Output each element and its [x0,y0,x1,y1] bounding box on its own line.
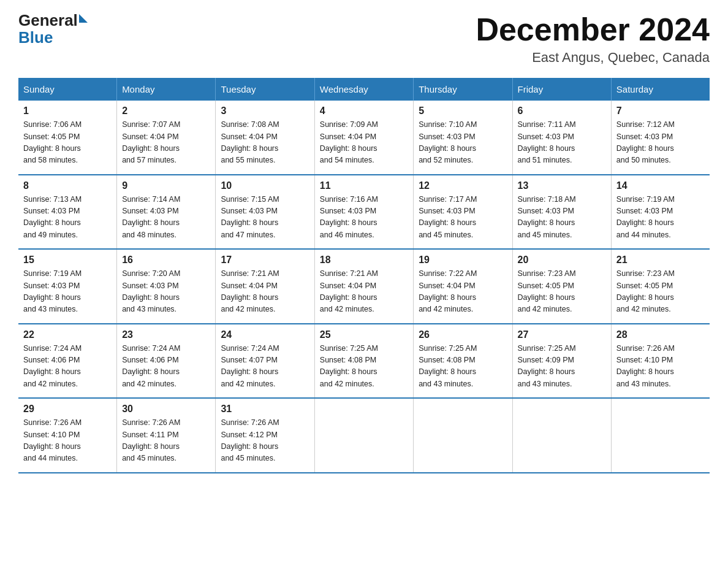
calendar-cell: 27 Sunrise: 7:25 AMSunset: 4:09 PMDaylig… [512,324,611,399]
day-number: 2 [122,105,210,117]
header-tuesday: Tuesday [216,78,314,101]
calendar-cell [414,398,512,473]
day-info: Sunrise: 7:21 AMSunset: 4:04 PMDaylight:… [221,269,279,313]
calendar-cell: 8 Sunrise: 7:13 AMSunset: 4:03 PMDayligh… [18,175,117,250]
calendar-cell: 4 Sunrise: 7:09 AMSunset: 4:04 PMDayligh… [314,101,413,175]
day-number: 31 [221,404,309,415]
calendar-cell: 20 Sunrise: 7:23 AMSunset: 4:05 PMDaylig… [512,249,611,324]
calendar-cell: 1 Sunrise: 7:06 AMSunset: 4:05 PMDayligh… [18,101,117,175]
calendar-cell: 30 Sunrise: 7:26 AMSunset: 4:11 PMDaylig… [117,398,216,473]
calendar-cell: 22 Sunrise: 7:24 AMSunset: 4:06 PMDaylig… [18,324,117,399]
logo: General Blue [18,12,88,45]
week-row-3: 15 Sunrise: 7:19 AMSunset: 4:03 PMDaylig… [18,249,710,324]
day-number: 6 [518,105,606,117]
day-info: Sunrise: 7:07 AMSunset: 4:04 PMDaylight:… [122,120,180,164]
day-number: 9 [122,180,210,191]
day-number: 30 [122,404,210,415]
day-number: 26 [419,329,507,340]
logo-triangle-icon [79,14,88,23]
day-number: 1 [23,105,112,117]
day-number: 25 [320,329,408,340]
week-row-5: 29 Sunrise: 7:26 AMSunset: 4:10 PMDaylig… [18,398,710,473]
day-info: Sunrise: 7:18 AMSunset: 4:03 PMDaylight:… [518,195,576,239]
calendar-cell: 18 Sunrise: 7:21 AMSunset: 4:04 PMDaylig… [314,249,413,324]
day-info: Sunrise: 7:25 AMSunset: 4:08 PMDaylight:… [419,344,477,388]
day-info: Sunrise: 7:12 AMSunset: 4:03 PMDaylight:… [616,120,675,164]
day-info: Sunrise: 7:24 AMSunset: 4:07 PMDaylight:… [221,344,279,388]
day-info: Sunrise: 7:09 AMSunset: 4:04 PMDaylight:… [320,120,378,164]
calendar-cell: 12 Sunrise: 7:17 AMSunset: 4:03 PMDaylig… [414,175,512,250]
header-saturday: Saturday [611,78,710,101]
day-number: 15 [23,255,112,266]
header-friday: Friday [512,78,611,101]
day-info: Sunrise: 7:25 AMSunset: 4:09 PMDaylight:… [518,344,576,388]
day-number: 29 [23,404,112,415]
header-wednesday: Wednesday [314,78,413,101]
logo-bottom-row: Blue [18,29,88,45]
calendar-cell: 19 Sunrise: 7:22 AMSunset: 4:04 PMDaylig… [414,249,512,324]
calendar-cell: 9 Sunrise: 7:14 AMSunset: 4:03 PMDayligh… [117,175,216,250]
calendar-cell: 25 Sunrise: 7:25 AMSunset: 4:08 PMDaylig… [314,324,413,399]
day-number: 18 [320,255,408,266]
calendar-cell: 14 Sunrise: 7:19 AMSunset: 4:03 PMDaylig… [611,175,710,250]
calendar-cell [314,398,413,473]
day-info: Sunrise: 7:06 AMSunset: 4:05 PMDaylight:… [23,120,82,164]
calendar-cell: 26 Sunrise: 7:25 AMSunset: 4:08 PMDaylig… [414,324,512,399]
day-info: Sunrise: 7:23 AMSunset: 4:05 PMDaylight:… [616,269,675,313]
day-info: Sunrise: 7:26 AMSunset: 4:10 PMDaylight:… [616,344,675,388]
calendar-cell: 24 Sunrise: 7:24 AMSunset: 4:07 PMDaylig… [216,324,314,399]
calendar-cell: 11 Sunrise: 7:16 AMSunset: 4:03 PMDaylig… [314,175,413,250]
day-number: 12 [419,180,507,191]
calendar-cell: 31 Sunrise: 7:26 AMSunset: 4:12 PMDaylig… [216,398,314,473]
page-header: General Blue December 2024 East Angus, Q… [18,12,710,66]
day-number: 4 [320,105,408,117]
day-number: 14 [616,180,705,191]
logo-blue-text: Blue [18,29,53,45]
day-info: Sunrise: 7:26 AMSunset: 4:12 PMDaylight:… [221,418,279,462]
day-number: 24 [221,329,309,340]
day-info: Sunrise: 7:21 AMSunset: 4:04 PMDaylight:… [320,269,378,313]
day-number: 16 [122,255,210,266]
calendar-cell: 5 Sunrise: 7:10 AMSunset: 4:03 PMDayligh… [414,101,512,175]
month-title: December 2024 [476,12,710,47]
day-info: Sunrise: 7:25 AMSunset: 4:08 PMDaylight:… [320,344,378,388]
logo-general-text: General [18,12,78,28]
calendar-cell: 21 Sunrise: 7:23 AMSunset: 4:05 PMDaylig… [611,249,710,324]
week-row-2: 8 Sunrise: 7:13 AMSunset: 4:03 PMDayligh… [18,175,710,250]
day-number: 20 [518,255,606,266]
logo-top-row: General [18,12,88,28]
day-number: 11 [320,180,408,191]
day-info: Sunrise: 7:15 AMSunset: 4:03 PMDaylight:… [221,195,279,239]
calendar-body: 1 Sunrise: 7:06 AMSunset: 4:05 PMDayligh… [18,101,710,473]
day-number: 27 [518,329,606,340]
day-info: Sunrise: 7:19 AMSunset: 4:03 PMDaylight:… [23,269,82,313]
calendar-cell: 10 Sunrise: 7:15 AMSunset: 4:03 PMDaylig… [216,175,314,250]
day-number: 28 [616,329,705,340]
title-section: December 2024 East Angus, Quebec, Canada [476,12,710,66]
day-info: Sunrise: 7:16 AMSunset: 4:03 PMDaylight:… [320,195,378,239]
day-number: 13 [518,180,606,191]
day-number: 17 [221,255,309,266]
day-number: 21 [616,255,705,266]
calendar-cell: 6 Sunrise: 7:11 AMSunset: 4:03 PMDayligh… [512,101,611,175]
day-info: Sunrise: 7:11 AMSunset: 4:03 PMDaylight:… [518,120,576,164]
day-info: Sunrise: 7:19 AMSunset: 4:03 PMDaylight:… [616,195,675,239]
weekday-header-row: Sunday Monday Tuesday Wednesday Thursday… [18,78,710,101]
day-number: 19 [419,255,507,266]
calendar-cell: 17 Sunrise: 7:21 AMSunset: 4:04 PMDaylig… [216,249,314,324]
day-info: Sunrise: 7:10 AMSunset: 4:03 PMDaylight:… [419,120,477,164]
day-number: 5 [419,105,507,117]
calendar-cell: 2 Sunrise: 7:07 AMSunset: 4:04 PMDayligh… [117,101,216,175]
calendar-table: Sunday Monday Tuesday Wednesday Thursday… [18,78,710,473]
day-number: 10 [221,180,309,191]
day-info: Sunrise: 7:08 AMSunset: 4:04 PMDaylight:… [221,120,279,164]
day-info: Sunrise: 7:20 AMSunset: 4:03 PMDaylight:… [122,269,180,313]
calendar-cell: 15 Sunrise: 7:19 AMSunset: 4:03 PMDaylig… [18,249,117,324]
day-number: 22 [23,329,112,340]
location-title: East Angus, Quebec, Canada [476,50,710,66]
calendar-cell [611,398,710,473]
calendar-cell: 28 Sunrise: 7:26 AMSunset: 4:10 PMDaylig… [611,324,710,399]
calendar-cell [512,398,611,473]
week-row-1: 1 Sunrise: 7:06 AMSunset: 4:05 PMDayligh… [18,101,710,175]
day-info: Sunrise: 7:22 AMSunset: 4:04 PMDaylight:… [419,269,477,313]
